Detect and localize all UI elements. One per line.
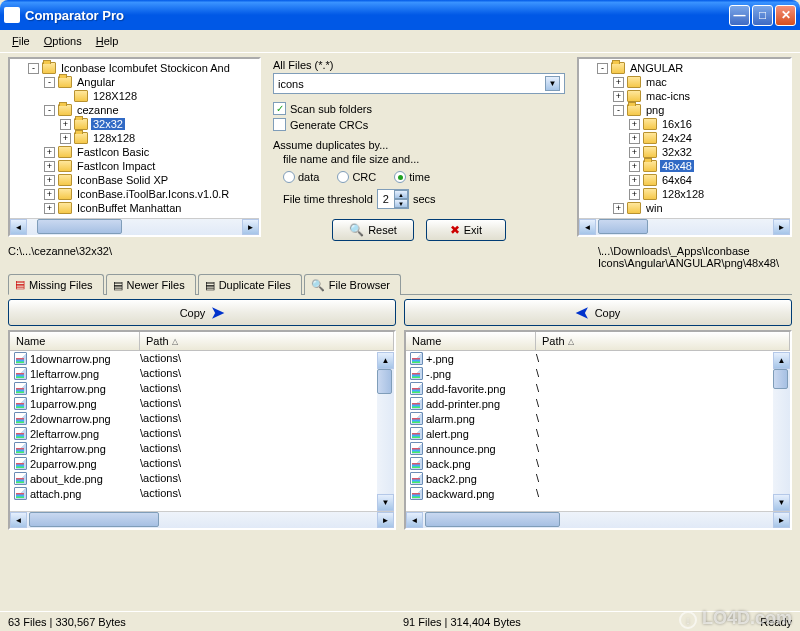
scroll-right-icon[interactable]: ► xyxy=(242,219,259,235)
scroll-up-icon[interactable]: ▲ xyxy=(773,352,790,369)
column-path[interactable]: Path△ xyxy=(536,332,790,350)
spinner-down-icon[interactable]: ▼ xyxy=(394,199,408,208)
list-item[interactable]: attach.png\actions\ xyxy=(10,486,394,501)
generate-crcs-checkbox[interactable]: Generate CRCs xyxy=(273,118,565,131)
collapse-icon[interactable]: - xyxy=(44,105,55,116)
threshold-spinner[interactable]: 2 ▲ ▼ xyxy=(377,189,409,209)
list-item[interactable]: alarm.png\ xyxy=(406,411,790,426)
list-item[interactable]: back2.png\ xyxy=(406,471,790,486)
column-path[interactable]: Path△ xyxy=(140,332,394,350)
left-tree-panel[interactable]: -Iconbase Icombufet Stockicon And-Angula… xyxy=(8,57,261,237)
radio-data[interactable]: data xyxy=(283,171,319,183)
right-list-panel[interactable]: Name Path△ +.png\-.png\add-favorite.png\… xyxy=(404,330,792,530)
list-item[interactable]: 2downarrow.png\actions\ xyxy=(10,411,394,426)
scroll-right-icon[interactable]: ► xyxy=(773,219,790,235)
scroll-down-icon[interactable]: ▼ xyxy=(377,494,394,511)
tree-item[interactable]: +32x32 xyxy=(581,145,788,159)
expand-icon[interactable]: + xyxy=(629,189,640,200)
tab-missing-files[interactable]: ▤Missing Files xyxy=(8,274,104,295)
tree-item[interactable]: +mac-icns xyxy=(581,89,788,103)
menu-file[interactable]: File xyxy=(6,33,36,49)
list-item[interactable]: 2leftarrow.png\actions\ xyxy=(10,426,394,441)
expand-icon[interactable]: + xyxy=(629,161,640,172)
list-item[interactable]: 2uparrow.png\actions\ xyxy=(10,456,394,471)
expand-icon[interactable]: + xyxy=(613,77,624,88)
tree-item[interactable]: +64x64 xyxy=(581,173,788,187)
copy-left-button[interactable]: ➤Copy xyxy=(404,299,792,326)
maximize-button[interactable]: □ xyxy=(752,5,773,26)
hscrollbar[interactable]: ◄ ► xyxy=(10,511,394,528)
tab-newer-files[interactable]: ▤Newer Files xyxy=(106,274,196,295)
expand-icon[interactable]: + xyxy=(44,161,55,172)
list-item[interactable]: -.png\ xyxy=(406,366,790,381)
tree-item[interactable]: +mac xyxy=(581,75,788,89)
hscrollbar[interactable]: ◄ ► xyxy=(579,218,790,235)
tree-item[interactable]: -ANGULAR xyxy=(581,61,788,75)
scroll-left-icon[interactable]: ◄ xyxy=(406,512,423,528)
scroll-down-icon[interactable]: ▼ xyxy=(773,494,790,511)
minimize-button[interactable]: — xyxy=(729,5,750,26)
tree-item[interactable]: +128x128 xyxy=(581,187,788,201)
tree-item[interactable]: +128x128 xyxy=(12,131,257,145)
hscrollbar[interactable]: ◄ ► xyxy=(406,511,790,528)
list-item[interactable]: about_kde.png\actions\ xyxy=(10,471,394,486)
exit-button[interactable]: ✖Exit xyxy=(426,219,506,241)
list-item[interactable]: 1downarrow.png\actions\ xyxy=(10,351,394,366)
expand-icon[interactable]: + xyxy=(613,91,624,102)
tree-item[interactable]: +IconBase.iToolBar.Icons.v1.0.R xyxy=(12,187,257,201)
filter-select[interactable]: icons ▼ xyxy=(273,73,565,94)
expand-icon[interactable]: + xyxy=(44,203,55,214)
scroll-thumb[interactable] xyxy=(425,512,560,527)
spinner-up-icon[interactable]: ▲ xyxy=(394,190,408,199)
expand-icon[interactable]: + xyxy=(613,203,624,214)
tree-item[interactable]: -Angular xyxy=(12,75,257,89)
list-item[interactable]: +.png\ xyxy=(406,351,790,366)
scroll-left-icon[interactable]: ◄ xyxy=(10,219,27,235)
tree-item[interactable]: +32x32 xyxy=(12,117,257,131)
list-item[interactable]: add-favorite.png\ xyxy=(406,381,790,396)
list-item[interactable]: 2rightarrow.png\actions\ xyxy=(10,441,394,456)
collapse-icon[interactable]: - xyxy=(597,63,608,74)
expand-icon[interactable]: + xyxy=(629,119,640,130)
close-button[interactable]: ✕ xyxy=(775,5,796,26)
column-name[interactable]: Name xyxy=(10,332,140,350)
tree-item[interactable]: +24x24 xyxy=(581,131,788,145)
menu-help[interactable]: Help xyxy=(90,33,125,49)
chevron-down-icon[interactable]: ▼ xyxy=(545,76,560,91)
expand-icon[interactable]: + xyxy=(60,119,71,130)
expand-icon[interactable]: + xyxy=(44,175,55,186)
column-name[interactable]: Name xyxy=(406,332,536,350)
scroll-up-icon[interactable]: ▲ xyxy=(377,352,394,369)
list-item[interactable]: 1leftarrow.png\actions\ xyxy=(10,366,394,381)
expand-icon[interactable]: + xyxy=(44,147,55,158)
tab-file-browser[interactable]: 🔍File Browser xyxy=(304,274,401,295)
vscrollbar[interactable]: ▲ ▼ xyxy=(377,352,394,511)
collapse-icon[interactable]: - xyxy=(28,63,39,74)
list-item[interactable]: backward.png\ xyxy=(406,486,790,501)
scan-subfolders-checkbox[interactable]: ✓ Scan sub folders xyxy=(273,102,565,115)
copy-right-button[interactable]: Copy➤ xyxy=(8,299,396,326)
tree-item[interactable]: +IconBase Solid XP xyxy=(12,173,257,187)
expand-icon[interactable]: + xyxy=(629,147,640,158)
scroll-left-icon[interactable]: ◄ xyxy=(10,512,27,528)
radio-time[interactable]: time xyxy=(394,171,430,183)
left-list-panel[interactable]: Name Path△ 1downarrow.png\actions\1lefta… xyxy=(8,330,396,530)
scroll-right-icon[interactable]: ► xyxy=(377,512,394,528)
right-tree-panel[interactable]: -ANGULAR+mac+mac-icns-png+16x16+24x24+32… xyxy=(577,57,792,237)
tree-item[interactable]: 128X128 xyxy=(12,89,257,103)
scroll-thumb[interactable] xyxy=(377,369,392,394)
tree-item[interactable]: -Iconbase Icombufet Stockicon And xyxy=(12,61,257,75)
collapse-icon[interactable]: - xyxy=(613,105,624,116)
list-item[interactable]: announce.png\ xyxy=(406,441,790,456)
tree-item[interactable]: +48x48 xyxy=(581,159,788,173)
expand-icon[interactable]: + xyxy=(60,133,71,144)
scroll-thumb[interactable] xyxy=(29,512,159,527)
scroll-thumb[interactable] xyxy=(37,219,122,234)
scroll-right-icon[interactable]: ► xyxy=(773,512,790,528)
expand-icon[interactable]: + xyxy=(629,133,640,144)
scroll-left-icon[interactable]: ◄ xyxy=(579,219,596,235)
tree-item[interactable]: -cezanne xyxy=(12,103,257,117)
hscrollbar[interactable]: ◄ ► xyxy=(10,218,259,235)
tree-item[interactable]: -png xyxy=(581,103,788,117)
collapse-icon[interactable]: - xyxy=(44,77,55,88)
